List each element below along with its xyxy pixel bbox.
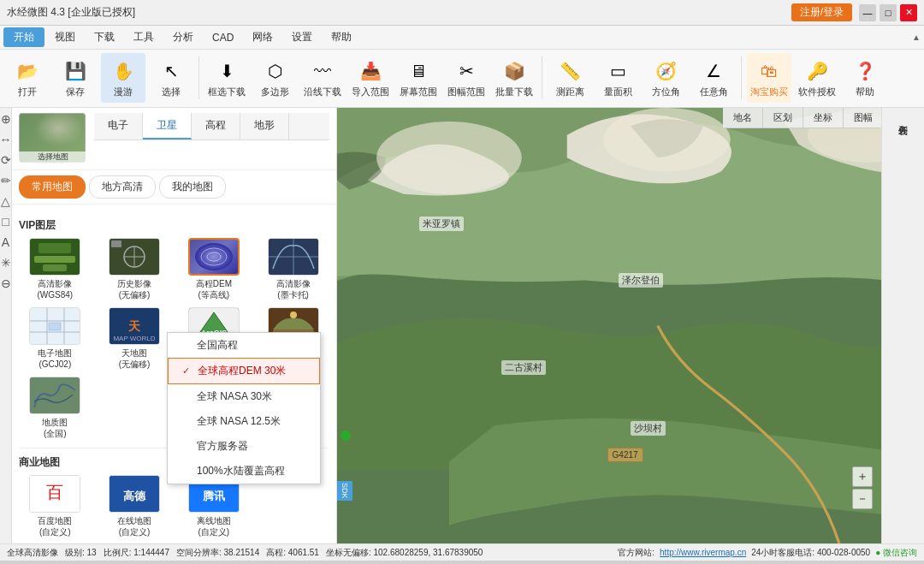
tool-open[interactable]: 📂 打开 bbox=[5, 53, 50, 103]
map-item-electronic[interactable]: 电子地图(GCJ02) bbox=[19, 307, 92, 370]
tab-satellite[interactable]: 卫星 bbox=[143, 113, 192, 140]
tool-import[interactable]: 📥 导入范围 bbox=[348, 53, 393, 103]
tab-electronic[interactable]: 电子 bbox=[94, 113, 143, 140]
map-area[interactable]: 米亚罗镇 泽尔登伯 二古溪村 沙坝村 G4217 地名 区划 坐标 图幅 瓦片 … bbox=[337, 108, 924, 543]
subtab-my-maps[interactable]: 我的地图 bbox=[159, 175, 226, 199]
batch-icon: 📦 bbox=[500, 57, 528, 85]
tool-area[interactable]: ▭ 量面积 bbox=[595, 53, 640, 103]
dropdown-item-100-water[interactable]: 100%水陆覆盖高程 bbox=[168, 459, 320, 484]
road-label-g4217: G4217 bbox=[607, 448, 643, 462]
dropdown-item-global-dem30[interactable]: ✓ 全球高程DEM 30米 bbox=[168, 358, 320, 384]
browse-icon: ✋ bbox=[110, 57, 137, 85]
status-website-link[interactable]: http://www.rivermap.cn bbox=[660, 548, 746, 557]
svg-rect-8 bbox=[111, 240, 121, 247]
register-button[interactable]: 注册/登录 bbox=[791, 3, 852, 21]
tencent-label: 离线地图(自定义) bbox=[197, 515, 231, 537]
tool-angle-label: 任意角 bbox=[700, 86, 728, 98]
tool-help[interactable]: ❓ 帮助 bbox=[843, 53, 887, 103]
svg-text:腾讯: 腾讯 bbox=[202, 490, 226, 502]
menu-analysis[interactable]: 分析 bbox=[164, 27, 202, 47]
menu-cad[interactable]: CAD bbox=[204, 29, 242, 46]
tool-screen[interactable]: 🖥 屏幕范围 bbox=[396, 53, 441, 103]
tool-batch[interactable]: 📦 批量下载 bbox=[492, 53, 536, 103]
menu-view[interactable]: 视图 bbox=[46, 27, 84, 47]
right-tab-region[interactable]: 区划 bbox=[763, 108, 803, 128]
tool-select-label: 选择 bbox=[162, 86, 181, 98]
menu-download[interactable]: 下载 bbox=[86, 27, 123, 47]
map-subtabs: 常用地图 地方高清 我的地图 bbox=[12, 170, 336, 205]
menu-network[interactable]: 网络 bbox=[244, 27, 281, 47]
toolbar-divider-2 bbox=[542, 56, 542, 99]
map-item-satellite-wgs[interactable]: 高清影像(WGS84) bbox=[19, 238, 92, 300]
map-item-baidu[interactable]: 百 百度地图(自定义) bbox=[19, 475, 92, 537]
tool-import-label: 导入范围 bbox=[352, 86, 389, 98]
check-national bbox=[181, 341, 192, 351]
history-label: 历史影像(无偏移) bbox=[117, 278, 151, 300]
menu-start[interactable]: 开始 bbox=[3, 27, 44, 47]
distance-icon: 📏 bbox=[556, 57, 583, 85]
tool-taobao-label: 淘宝购买 bbox=[750, 86, 788, 98]
tool-screen-label: 屏幕范围 bbox=[400, 86, 437, 98]
tool-mapcut[interactable]: ✂ 图幅范围 bbox=[444, 53, 489, 103]
subtab-common[interactable]: 常用地图 bbox=[19, 175, 86, 199]
tool-license[interactable]: 🔑 软件授权 bbox=[795, 53, 839, 103]
zoom-out-button[interactable]: － bbox=[852, 489, 873, 509]
tool-distance-label: 测距离 bbox=[556, 86, 584, 98]
tool-select[interactable]: ↖ 选择 bbox=[149, 53, 193, 103]
task-panel[interactable]: 任务列表 bbox=[881, 108, 924, 543]
subtab-local-hd[interactable]: 地方高清 bbox=[89, 175, 156, 199]
taobao-icon: 🛍 bbox=[755, 57, 783, 85]
license-icon: 🔑 bbox=[803, 57, 831, 85]
tool-distance[interactable]: 📏 测距离 bbox=[548, 53, 592, 103]
status-elevation: 高程: 4061.51 bbox=[266, 547, 319, 559]
open-icon: 📂 bbox=[14, 57, 41, 85]
map-type-tabs: 电子 卫星 高程 地形 bbox=[94, 113, 329, 140]
map-thumbnail-container: 选择地图 bbox=[19, 113, 87, 164]
tool-save[interactable]: 💾 保存 bbox=[53, 53, 98, 103]
minimize-button[interactable]: — bbox=[859, 4, 876, 21]
title-bar: 水经微图 4.3 [企业版已授权] 注册/登录 — □ ✕ bbox=[0, 0, 924, 26]
tool-bearing[interactable]: 🧭 方位角 bbox=[643, 53, 688, 103]
baidu-thumb: 百 bbox=[29, 475, 80, 513]
tool-browse[interactable]: ✋ 漫游 bbox=[101, 53, 145, 103]
satellite-wgs-thumb bbox=[29, 238, 80, 276]
svg-text:MAP WORLD: MAP WORLD bbox=[114, 335, 156, 342]
main-layout: ⊕ ↔ ⟳ ✏ △ □ A ✳ ⊖ 选择地图 电子 卫星 高程 地形 bbox=[0, 108, 924, 543]
dropdown-item-nasa30[interactable]: 全球 NASA 30米 bbox=[168, 384, 320, 409]
tab-elevation[interactable]: 高程 bbox=[192, 113, 240, 140]
map-item-tianmap[interactable]: 天MAP WORLD 天地图(无偏移) bbox=[98, 307, 171, 370]
toolbar-divider-3 bbox=[741, 56, 742, 99]
tool-license-label: 软件授权 bbox=[798, 86, 836, 98]
sdk-badge[interactable]: SDK bbox=[337, 481, 352, 501]
tool-angle[interactable]: ∠ 任意角 bbox=[691, 53, 736, 103]
menu-help[interactable]: 帮助 bbox=[323, 27, 360, 47]
right-tab-placename[interactable]: 地名 bbox=[723, 108, 763, 128]
right-tab-coordinates[interactable]: 坐标 bbox=[803, 108, 844, 128]
menu-tools[interactable]: 工具 bbox=[125, 27, 163, 47]
map-item-gaode[interactable]: 高德 在线地图(自定义) bbox=[98, 475, 171, 537]
dropdown-item-national[interactable]: 全国高程 bbox=[168, 333, 320, 358]
map-item-history[interactable]: 历史影像(无偏移) bbox=[98, 238, 171, 300]
help-icon: ❓ bbox=[851, 57, 879, 85]
status-wechat[interactable]: ● 微信咨询 bbox=[875, 547, 917, 559]
menu-collapse-icon[interactable]: ▲ bbox=[912, 33, 921, 42]
tool-frame-download[interactable]: ⬇ 框选下载 bbox=[204, 53, 249, 103]
close-button[interactable]: ✕ bbox=[900, 4, 917, 21]
tianmap-label: 天地图(无偏移) bbox=[119, 347, 151, 370]
tool-polygon[interactable]: ⬡ 多边形 bbox=[252, 53, 297, 103]
map-item-dem[interactable]: 高程DEM(等高线) bbox=[178, 238, 251, 300]
right-tab-mapsheet[interactable]: 图幅 bbox=[844, 108, 884, 128]
maximize-button[interactable]: □ bbox=[880, 4, 897, 21]
dropdown-item-nasa125[interactable]: 全球 NASA 12.5米 bbox=[168, 409, 320, 434]
toolbar-divider-1 bbox=[198, 56, 199, 99]
dropdown-item-official-server[interactable]: 官方服务器 bbox=[168, 434, 320, 459]
map-item-mercator[interactable]: 高清影像(墨卡托) bbox=[257, 238, 329, 300]
tab-terrain[interactable]: 地形 bbox=[240, 113, 289, 140]
check-100water bbox=[181, 466, 192, 477]
tool-taobao[interactable]: 🛍 淘宝购买 bbox=[747, 53, 791, 103]
tool-polyline[interactable]: 〰 沿线下载 bbox=[300, 53, 345, 103]
map-item-geo[interactable]: 地质图(全国) bbox=[19, 377, 92, 439]
menu-settings[interactable]: 设置 bbox=[283, 27, 321, 47]
zoom-in-button[interactable]: ＋ bbox=[852, 466, 873, 487]
svg-rect-20 bbox=[49, 323, 61, 330]
